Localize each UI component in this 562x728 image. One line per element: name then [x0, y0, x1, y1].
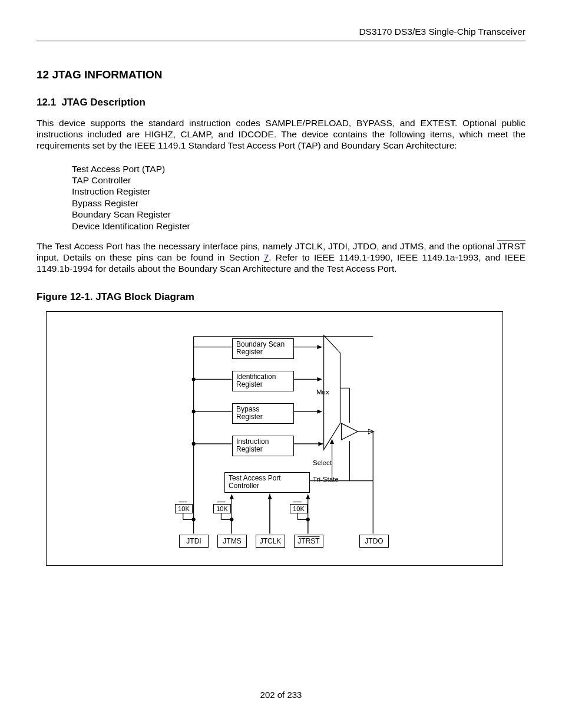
section-7-link[interactable]: 7: [264, 252, 269, 262]
svg-point-7: [192, 442, 195, 445]
section-heading: 12 JTAG INFORMATION: [37, 68, 525, 81]
list-item: Device Identification Register: [72, 220, 525, 232]
svg-marker-33: [341, 423, 358, 440]
figure-title: Figure 12-1. JTAG Block Diagram: [37, 291, 525, 303]
svg-point-6: [192, 410, 195, 413]
list-item: Bypass Register: [72, 197, 525, 209]
list-item: TAP Controller: [72, 174, 525, 186]
list-item: Instruction Register: [72, 186, 525, 197]
svg-point-10: [192, 518, 195, 521]
mux-label: Mux: [316, 388, 329, 396]
list-item: Boundary Scan Register: [72, 209, 525, 220]
jtrst-overline: JTRST: [497, 241, 525, 251]
subsection-title-text: JTAG Description: [62, 97, 146, 108]
identification-register-box: Identification Register: [232, 371, 294, 392]
pin-jtrst: JTRST: [294, 535, 323, 548]
page-footer: 202 of 233: [0, 690, 562, 700]
svg-point-18: [306, 518, 309, 521]
boundary-scan-register-box: Boundary Scan Register: [232, 338, 294, 360]
section-title-text: JTAG INFORMATION: [52, 68, 162, 81]
pin-jtclk: JTCLK: [256, 535, 285, 548]
section-number: 12: [37, 68, 49, 81]
select-label: Select: [313, 459, 332, 466]
subsection-heading: 12.1 JTAG Description: [37, 97, 525, 108]
tristate-label: Tri-State: [313, 476, 339, 483]
pin-jtdi: JTDI: [179, 535, 209, 548]
pin-jtdo: JTDO: [359, 535, 389, 548]
bypass-register-box: Bypass Register: [232, 403, 294, 424]
svg-point-14: [230, 518, 233, 521]
block-diagram: Boundary Scan Register Identification Re…: [46, 311, 503, 566]
p2-pre: The Test Access Port has the necessary i…: [37, 241, 497, 251]
resistor-10k-3: 10K: [290, 504, 308, 513]
list-item: Test Access Port (TAP): [72, 163, 525, 174]
paragraph-1: This device supports the standard instru…: [37, 118, 525, 151]
svg-point-5: [192, 378, 195, 381]
resistor-10k-2: 10K: [213, 504, 231, 513]
p2-mid: input. Details on these pins can be foun…: [37, 252, 264, 262]
paragraph-2: The Test Access Port has the necessary i…: [37, 241, 525, 275]
pin-jtms: JTMS: [217, 535, 247, 548]
subsection-number: 12.1: [37, 97, 56, 108]
resistor-10k-1: 10K: [175, 504, 193, 513]
instruction-register-box: Instruction Register: [232, 436, 294, 457]
tap-controller-box: Test Access Port Controller: [224, 472, 310, 493]
feature-list: Test Access Port (TAP) TAP Controller In…: [72, 163, 525, 232]
header-device-name: DS3170 DS3/E3 Single-Chip Transceiver: [37, 27, 525, 41]
